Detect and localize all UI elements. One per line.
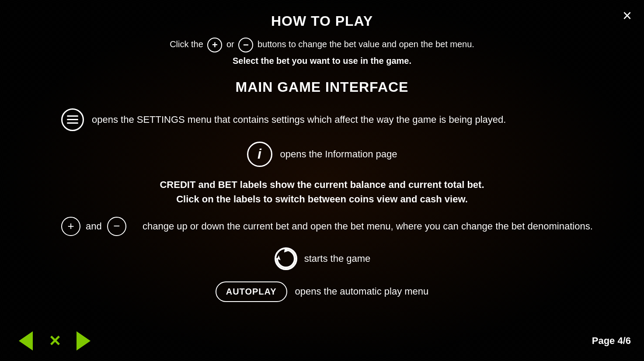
prev-arrow-icon <box>19 331 33 351</box>
autoplay-row: AUTOPLAY opens the automatic play menu <box>35 281 609 302</box>
next-arrow-icon <box>77 331 91 351</box>
or-text: or <box>226 39 234 49</box>
hamburger-line-1 <box>67 115 78 117</box>
main-interface-section: MAIN GAME INTERFACE opens the SETTINGS m… <box>35 79 609 311</box>
credit-bet-description: CREDIT and BET labels show the current b… <box>35 177 609 206</box>
prev-button[interactable] <box>13 330 38 352</box>
spin-text: starts the game <box>304 253 371 264</box>
settings-row: opens the SETTINGS menu that contains se… <box>35 108 609 131</box>
click-the-text: Click the <box>170 39 203 49</box>
nav-buttons: ✕ <box>13 330 96 352</box>
how-to-play-title: HOW TO PLAY <box>271 13 373 29</box>
how-to-play-description: Click the + or − buttons to change the b… <box>170 37 474 52</box>
autoplay-button[interactable]: AUTOPLAY <box>216 281 287 302</box>
select-bet-text: Select the bet you want to use in the ga… <box>233 56 411 66</box>
page-indicator: Page 4/6 <box>592 335 631 347</box>
x-icon: ✕ <box>49 333 61 348</box>
credit-bet-line2: Click on the labels to switch between co… <box>176 194 468 205</box>
pm-description: change up or down the current bet and op… <box>126 221 609 232</box>
close-button[interactable]: × <box>623 8 632 24</box>
info-row: i opens the Information page <box>35 142 609 167</box>
info-letter: i <box>258 146 261 162</box>
spin-icon <box>274 246 298 271</box>
info-icon: i <box>247 142 272 167</box>
plus-icon-header: + <box>207 38 222 52</box>
and-text: and <box>86 221 102 232</box>
plus-icon: + <box>61 217 80 236</box>
minus-icon-header: − <box>238 38 253 52</box>
settings-text: opens the SETTINGS menu that contains se… <box>92 114 506 125</box>
buttons-text: buttons to change the bet value and open… <box>258 39 474 49</box>
main-interface-title: MAIN GAME INTERFACE <box>35 79 609 95</box>
hamburger-line-2 <box>67 119 78 120</box>
bottom-bar: ✕ Page 4/6 <box>0 330 644 352</box>
autoplay-text: opens the automatic play menu <box>295 286 429 297</box>
minus-icon: − <box>107 217 126 236</box>
spin-row: starts the game <box>35 246 609 271</box>
main-content: HOW TO PLAY Click the + or − buttons to … <box>0 0 644 361</box>
hamburger-icon <box>61 108 84 131</box>
plus-minus-row: + and − change up or down the current be… <box>35 217 609 236</box>
next-button[interactable] <box>71 330 96 352</box>
credit-bet-line1: CREDIT and BET labels show the current b… <box>160 179 484 190</box>
hamburger-line-3 <box>67 122 78 124</box>
close-nav-button[interactable]: ✕ <box>42 330 67 352</box>
info-text: opens the Information page <box>280 149 397 160</box>
